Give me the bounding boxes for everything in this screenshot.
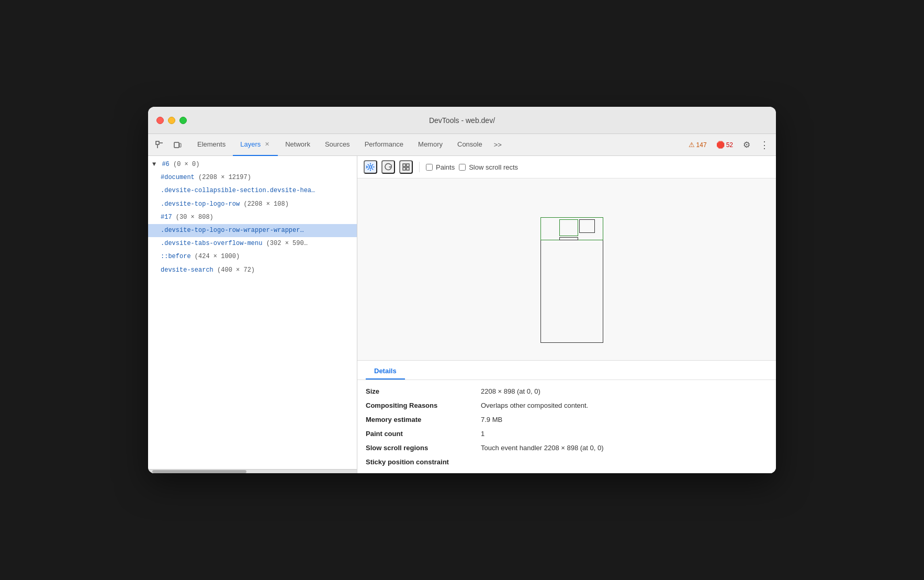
layer-toolbar: Paints Slow scroll rects xyxy=(357,156,776,179)
rotate-tool-button[interactable] xyxy=(381,160,395,174)
devtools-icons xyxy=(152,138,185,152)
size-label: Size xyxy=(366,387,481,395)
tree-selector: ::before xyxy=(161,253,191,260)
tab-sources[interactable]: Sources xyxy=(318,134,357,156)
tree-arrow: ▼ xyxy=(152,161,156,168)
tab-layers[interactable]: Layers ✕ xyxy=(233,134,278,156)
layer-item-17[interactable]: #17 (30 × 808) xyxy=(148,211,357,224)
scrollbar-thumb[interactable] xyxy=(152,470,246,473)
maximize-button[interactable] xyxy=(179,117,187,124)
layer-item-wrapper[interactable]: .devsite-top-logo-row-wrapper-wrapper… xyxy=(148,224,357,237)
memory-value: 7.9 MB xyxy=(481,416,768,423)
layer-item-document[interactable]: #document (2208 × 12197) xyxy=(148,171,357,184)
compositing-label: Compositing Reasons xyxy=(366,401,481,409)
tree-selector: #document xyxy=(161,174,195,181)
reset-tool-button[interactable] xyxy=(399,160,413,174)
sticky-label: Sticky position constraint xyxy=(366,458,481,466)
minimize-button[interactable] xyxy=(168,117,175,124)
details-header: Details xyxy=(366,361,405,380)
more-options-button[interactable]: ⋮ xyxy=(757,138,772,152)
tree-selector: .devsite-tabs-overflow-menu xyxy=(161,240,262,247)
main-content: ▼ #6 (0 × 0) #document (2208 × 12197) .d… xyxy=(148,156,776,473)
svg-rect-5 xyxy=(407,164,409,166)
warning-badge[interactable]: ⚠ 147 xyxy=(685,140,710,150)
tree-selector: .devsite-collapsible-section.devsite-hea… xyxy=(161,187,315,194)
svg-rect-7 xyxy=(407,168,409,170)
tab-performance[interactable]: Performance xyxy=(357,134,411,156)
layer-item-before[interactable]: ::before (424 × 1000) xyxy=(148,250,357,263)
tree-selector: .devsite-top-logo-row xyxy=(161,200,240,208)
details-header-text: Details xyxy=(374,367,397,375)
pan-tool-button[interactable] xyxy=(364,160,377,174)
paints-checkbox[interactable] xyxy=(426,164,433,171)
devtools-window: DevTools - web.dev/ Elements xyxy=(148,107,776,473)
details-row-compositing: Compositing Reasons Overlaps other compo… xyxy=(366,398,768,412)
layer-rect-small1 xyxy=(559,219,578,236)
left-panel: ▼ #6 (0 × 0) #document (2208 × 12197) .d… xyxy=(148,156,357,473)
tree-selector: .devsite-top-logo-row-wrapper-wrapper… xyxy=(161,227,304,234)
svg-rect-1 xyxy=(174,142,179,148)
slow-scroll-value: Touch event handler 2208 × 898 (at 0, 0) xyxy=(481,444,768,452)
svg-rect-4 xyxy=(403,164,405,166)
svg-rect-0 xyxy=(156,141,159,144)
slow-scroll-checkbox[interactable] xyxy=(459,164,466,171)
title-bar: DevTools - web.dev/ xyxy=(148,107,776,134)
tree-selector: #17 xyxy=(161,214,172,221)
tree-dims: (302 × 590… xyxy=(266,240,308,247)
details-row-sticky: Sticky position constraint xyxy=(366,455,768,469)
tab-console[interactable]: Console xyxy=(450,134,490,156)
settings-button[interactable]: ⚙ xyxy=(739,138,754,152)
size-value: 2208 × 898 (at 0, 0) xyxy=(481,387,768,395)
tree-dims: (2208 × 108) xyxy=(243,200,288,208)
tree-dims: (424 × 1000) xyxy=(195,253,240,260)
inspector-icon[interactable] xyxy=(152,138,167,152)
tree-dims: (30 × 808) xyxy=(176,214,213,221)
paint-label: Paint count xyxy=(366,430,481,438)
toolbar-divider xyxy=(419,162,420,172)
tab-layers-close[interactable]: ✕ xyxy=(264,140,271,149)
details-table: Size 2208 × 898 (at 0, 0) Compositing Re… xyxy=(357,380,776,473)
svg-rect-6 xyxy=(403,168,405,170)
tab-elements[interactable]: Elements xyxy=(190,134,233,156)
tree-dims: (0 × 0) xyxy=(173,161,199,168)
tab-bar: Elements Layers ✕ Network Sources Perfor… xyxy=(148,134,776,156)
slow-scroll-label: Slow scroll rects xyxy=(469,163,518,171)
tabs-list: Elements Layers ✕ Network Sources Perfor… xyxy=(190,134,685,156)
layer-item-collapsible[interactable]: .devsite-collapsible-section.devsite-hea… xyxy=(148,184,357,197)
paints-label: Paints xyxy=(436,163,455,171)
horizontal-scrollbar[interactable] xyxy=(148,469,357,473)
layer-rect-line xyxy=(559,237,578,240)
error-badge[interactable]: 🛑 52 xyxy=(713,140,736,150)
compositing-value: Overlaps other composited content. xyxy=(481,401,768,409)
layer-visual xyxy=(525,196,609,343)
layers-tree[interactable]: ▼ #6 (0 × 0) #document (2208 × 12197) .d… xyxy=(148,156,357,469)
tree-dims: (400 × 72) xyxy=(217,266,255,274)
details-row-paint: Paint count 1 xyxy=(366,427,768,441)
layer-item-logo-row[interactable]: .devsite-top-logo-row (2208 × 108) xyxy=(148,198,357,211)
slow-scroll-checkbox-group[interactable]: Slow scroll rects xyxy=(459,163,518,171)
details-row-slow-scroll: Slow scroll regions Touch event handler … xyxy=(366,441,768,455)
layer-item-search[interactable]: devsite-search (400 × 72) xyxy=(148,264,357,277)
canvas-area xyxy=(357,179,776,360)
tree-selector: #6 xyxy=(162,161,169,168)
warning-icon: ⚠ xyxy=(689,141,695,149)
details-row-memory: Memory estimate 7.9 MB xyxy=(366,412,768,427)
tree-dims: (2208 × 12197) xyxy=(198,174,251,181)
svg-point-3 xyxy=(369,166,372,169)
close-button[interactable] xyxy=(156,117,164,124)
paints-checkbox-group[interactable]: Paints xyxy=(426,163,455,171)
layer-rect-small2 xyxy=(579,219,595,233)
window-title: DevTools - web.dev/ xyxy=(429,116,495,125)
more-tabs-button[interactable]: >> xyxy=(490,134,506,156)
tab-network[interactable]: Network xyxy=(278,134,318,156)
tab-bar-right: ⚠ 147 🛑 52 ⚙ ⋮ xyxy=(685,138,772,152)
details-row-size: Size 2208 × 898 (at 0, 0) xyxy=(366,384,768,398)
svg-rect-2 xyxy=(179,143,181,147)
tab-memory[interactable]: Memory xyxy=(411,134,450,156)
layer-item-tabs-overflow[interactable]: .devsite-tabs-overflow-menu (302 × 590… xyxy=(148,237,357,250)
device-toolbar-icon[interactable] xyxy=(170,138,185,152)
sticky-value xyxy=(481,458,768,466)
tree-selector: devsite-search xyxy=(161,266,213,274)
memory-label: Memory estimate xyxy=(366,416,481,423)
layer-item-root[interactable]: ▼ #6 (0 × 0) xyxy=(148,158,357,171)
